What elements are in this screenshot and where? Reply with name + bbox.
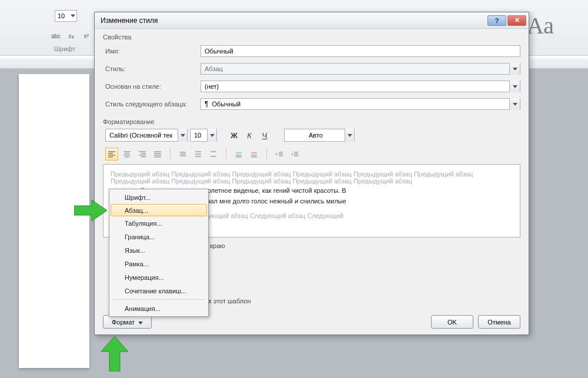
space-before-decrease-button[interactable] [248,148,260,160]
menu-item-tabs[interactable]: Табуляция... [111,216,207,230]
tutorial-arrow-format [100,336,129,372]
indent-decrease-button[interactable] [273,148,286,160]
style-type-value: Абзац [205,65,223,72]
menu-item-label: Табуляция... [125,220,162,227]
menu-item-label: Рамка... [125,260,149,267]
help-button[interactable]: ? [487,15,506,26]
font-color-combo[interactable]: Авто [284,129,355,142]
space-before-increase-button[interactable] [232,148,245,160]
menu-item-animation[interactable]: Анимация... [111,302,207,315]
font-name-combo[interactable]: Calibri (Основной тек [105,129,188,142]
name-label: Имя: [103,48,197,55]
next-style-value: Обычный [212,101,240,108]
svg-marker-39 [101,336,128,372]
cancel-button[interactable]: Отмена [478,315,520,329]
menu-item-paragraph[interactable]: Абзац... [111,204,207,216]
svg-marker-34 [291,153,293,155]
properties-section-label: Свойства [103,34,520,41]
next-style-label: Стиль следующего абзаца: [103,101,197,108]
menu-item-shortcut[interactable]: Сочетание клавиш... [111,284,207,297]
style-type-label: Стиль: [103,65,197,72]
chevron-down-icon[interactable] [207,129,216,142]
align-left-button[interactable] [105,148,118,160]
italic-button[interactable]: К [243,129,256,142]
style-type-combo: Абзац [201,63,520,75]
dialog-titlebar[interactable]: Изменение стиля ? ✕ [95,12,529,29]
dialog-title: Изменение стиля [101,16,487,25]
menu-item-numbering[interactable]: Нумерация... [111,270,207,284]
menu-item-frame[interactable]: Рамка... [111,257,207,270]
name-value: Обычный [205,48,233,55]
menu-item-label: Сочетание клавиш... [125,287,186,295]
indent-increase-button[interactable] [288,148,301,160]
superscript-button[interactable]: x² [81,30,92,42]
style-preview-aa: Аа [527,12,554,39]
font-size-value: 10 [194,132,201,139]
bold-button[interactable]: Ж [228,129,240,142]
chevron-down-icon[interactable] [345,129,354,142]
based-on-value: (нет) [205,83,219,90]
menu-item-label: Нумерация... [125,274,164,281]
font-color-value: Авто [309,132,323,139]
menu-item-label: Анимация... [125,305,161,312]
ok-button[interactable]: OK [431,315,473,329]
formatting-section-label: Форматирование [103,118,520,125]
line-spacing-15-button[interactable] [192,148,205,160]
menu-item-language[interactable]: Язык... [111,243,207,257]
font-name-value: Calibri (Основной тек [109,132,172,139]
align-justify-button[interactable] [151,148,164,160]
font-group-label: Шрифт [54,45,75,52]
preview-previous-paragraph: Предыдущий абзац Предыдущий абзац Предыд… [111,170,513,185]
svg-marker-38 [74,200,107,221]
menu-item-label: Граница... [125,233,155,240]
line-spacing-1-button[interactable] [176,148,189,160]
next-style-combo[interactable]: ¶ Обычный [201,98,520,110]
close-button[interactable]: ✕ [507,15,526,26]
chevron-down-icon[interactable] [509,81,520,92]
chevron-down-icon[interactable] [178,129,187,142]
based-on-combo[interactable]: (нет) [201,81,520,92]
menu-separator [113,299,205,300]
menu-item-label: Абзац... [125,207,148,214]
font-size-combo[interactable]: 10 [190,129,217,142]
based-on-label: Основан на стиле: [103,83,197,90]
format-popup-menu: Шрифт... Абзац... Табуляция... Граница..… [109,189,209,317]
chevron-down-icon[interactable] [509,98,520,110]
menu-item-label: Шрифт... [125,194,151,201]
pilcrow-icon: ¶ [205,100,208,108]
align-right-button[interactable] [136,148,149,160]
menu-item-border[interactable]: Граница... [111,230,207,243]
subscript-button[interactable]: x₂ [65,30,77,42]
format-button[interactable]: Формат [103,315,152,329]
align-center-button[interactable] [121,148,133,160]
svg-marker-30 [276,153,278,155]
menu-item-font[interactable]: Шрифт... [111,190,207,204]
line-spacing-2-button[interactable] [207,148,220,160]
menu-item-label: Язык... [125,247,145,254]
chevron-down-icon [509,63,520,75]
name-input[interactable]: Обычный [201,45,520,57]
ribbon-font-size-combo[interactable]: 10 [55,10,77,22]
tutorial-arrow-paragraph [74,199,107,222]
underline-button[interactable]: Ч [258,129,271,142]
strikethrough-button[interactable]: abc [50,30,62,42]
